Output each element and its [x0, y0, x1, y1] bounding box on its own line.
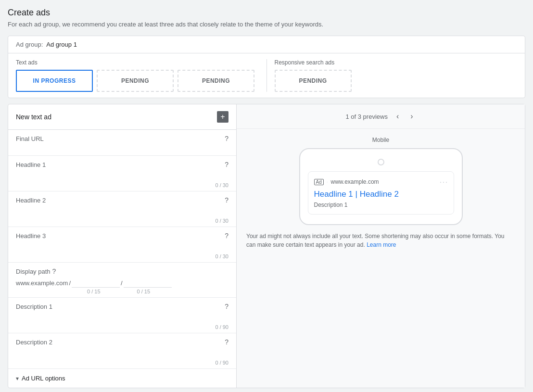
- ad-label: Ad: [314, 179, 324, 185]
- headline2-help-icon[interactable]: ?: [225, 196, 228, 204]
- path1-char-count: 0 / 15: [87, 289, 101, 294]
- preview-header: 1 of 3 previews ‹ ›: [237, 104, 525, 129]
- learn-more-link[interactable]: Learn more: [367, 241, 396, 248]
- preview-note: Your ad might not always include all you…: [244, 232, 517, 249]
- headline1-help-icon[interactable]: ?: [225, 161, 228, 168]
- path1-input[interactable]: [72, 278, 120, 288]
- ad-preview-inner: Ad · www.example.com ⋯ Headline 1 | Head…: [308, 171, 454, 215]
- description2-char-count: 0 / 90: [16, 359, 228, 368]
- ad-group-card: Ad group: Ad group 1 Text ads IN PROGRES…: [8, 36, 525, 98]
- headline3-char-count: 0 / 30: [16, 253, 228, 262]
- phone-notch: [378, 159, 384, 165]
- path-separator-2: /: [121, 279, 123, 287]
- section-divider: [266, 59, 267, 92]
- display-path-label: Display path: [16, 268, 51, 275]
- left-panel-header: New text ad +: [8, 104, 236, 130]
- next-arrow-button[interactable]: ›: [407, 111, 416, 122]
- headline1-row: Headline 1 ? 0 / 30: [8, 156, 236, 191]
- right-panel: 1 of 3 previews ‹ › Mobile Ad · www.exam…: [237, 104, 525, 388]
- ad-group-value: Ad group 1: [46, 41, 77, 48]
- ad-url-options[interactable]: ▾ Ad URL options: [8, 369, 236, 388]
- phone-frame: Ad · www.example.com ⋯ Headline 1 | Head…: [299, 148, 463, 225]
- headline2-char-count: 0 / 30: [16, 217, 228, 227]
- preview-body: Mobile Ad · www.example.com ⋯ Headline 1…: [237, 129, 525, 257]
- ad-domain: www.example.com: [331, 178, 379, 185]
- description1-char-count: 0 / 90: [16, 323, 228, 333]
- description1-help-icon[interactable]: ?: [225, 303, 228, 310]
- left-panel: New text ad + Final URL ? Headline 1 ? 0…: [8, 104, 237, 388]
- final-url-input[interactable]: [16, 144, 228, 155]
- headline2-input[interactable]: [16, 206, 228, 217]
- chevron-down-icon: ▾: [16, 375, 19, 382]
- tab-responsive-pending[interactable]: PENDING: [275, 70, 352, 92]
- responsive-search-ads-group: Responsive search ads PENDING: [275, 59, 518, 92]
- ad-badge: Ad · www.example.com: [314, 178, 379, 185]
- path2-input[interactable]: [124, 278, 172, 288]
- headline3-input[interactable]: [16, 241, 228, 253]
- display-path-inputs: www.example.com / /: [16, 278, 228, 288]
- page-title: Create ads: [8, 8, 525, 18]
- tab-pending-1[interactable]: PENDING: [97, 70, 174, 92]
- ad-badge-row: Ad · www.example.com ⋯: [314, 177, 448, 186]
- description2-row: Description 2 ? 0 / 90: [8, 333, 236, 369]
- ad-headline: Headline 1 | Headline 2: [314, 189, 448, 200]
- tab-pending-2[interactable]: PENDING: [178, 70, 254, 92]
- display-path-section: Display path ? www.example.com / / 0 / 1…: [8, 263, 236, 298]
- path2-char-count: 0 / 15: [137, 289, 151, 294]
- headline1-char-count: 0 / 30: [16, 181, 228, 191]
- final-url-label: Final URL: [16, 135, 44, 142]
- ad-description: Description 1: [314, 202, 448, 208]
- headline3-row: Headline 3 ? 0 / 30: [8, 227, 236, 263]
- headline3-help-icon[interactable]: ?: [225, 232, 228, 240]
- prev-arrow-button[interactable]: ‹: [393, 111, 402, 122]
- ad-url-options-label: Ad URL options: [22, 375, 65, 382]
- preview-counter: 1 of 3 previews: [345, 113, 387, 120]
- ad-menu-dot: ⋯: [439, 177, 448, 186]
- headline3-label: Headline 3: [16, 232, 46, 240]
- text-ads-group: Text ads IN PROGRESS PENDING PENDING: [16, 59, 259, 92]
- text-ads-tabs: IN PROGRESS PENDING PENDING: [16, 70, 259, 92]
- headline2-row: Headline 2 ? 0 / 30: [8, 191, 236, 227]
- responsive-ads-tabs: PENDING: [275, 70, 518, 92]
- description2-input[interactable]: [16, 348, 228, 359]
- add-icon-button[interactable]: +: [217, 111, 228, 123]
- path-separator-1: /: [69, 279, 71, 287]
- description1-row: Description 1 ? 0 / 90: [8, 298, 236, 333]
- final-url-row: Final URL ?: [8, 130, 236, 156]
- description2-help-icon[interactable]: ?: [225, 338, 228, 346]
- headline2-label: Headline 2: [16, 197, 46, 204]
- description1-label: Description 1: [16, 303, 52, 310]
- description2-label: Description 2: [16, 339, 52, 346]
- description1-input[interactable]: [16, 312, 228, 323]
- form-title: New text ad: [16, 113, 51, 121]
- tab-in-progress[interactable]: IN PROGRESS: [16, 70, 93, 92]
- ad-badge-dot: ·: [327, 179, 328, 185]
- responsive-ads-label: Responsive search ads: [275, 59, 518, 66]
- headline1-label: Headline 1: [16, 161, 46, 168]
- headline1-input[interactable]: [16, 170, 228, 181]
- ad-group-label: Ad group:: [16, 41, 43, 48]
- mobile-label: Mobile: [244, 137, 517, 143]
- main-content-card: New text ad + Final URL ? Headline 1 ? 0…: [8, 104, 525, 388]
- display-path-base: www.example.com: [16, 279, 68, 287]
- text-ads-label: Text ads: [16, 59, 259, 66]
- display-path-help-icon[interactable]: ?: [52, 267, 56, 275]
- final-url-help-icon[interactable]: ?: [225, 135, 228, 142]
- ad-group-bar: Ad group: Ad group 1: [8, 36, 525, 53]
- page-subtitle: For each ad group, we recommend you crea…: [8, 21, 525, 28]
- tabs-wrapper: Text ads IN PROGRESS PENDING PENDING Res…: [8, 53, 525, 98]
